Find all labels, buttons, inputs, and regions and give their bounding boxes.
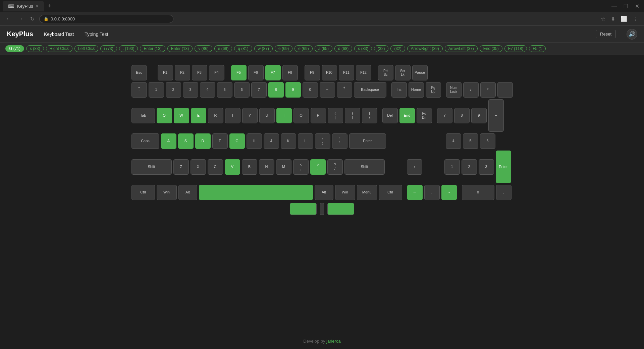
key-numstar: * <box>480 82 496 98</box>
key-end: End <box>399 108 415 123</box>
forward-button[interactable]: → <box>16 14 25 23</box>
key-history-badge: G (71) <box>5 45 24 52</box>
key-f12: F12 <box>356 65 371 80</box>
download-button[interactable]: ⬇ <box>609 14 617 23</box>
key-caps: Caps <box>131 133 159 149</box>
fn-gap-3 <box>300 65 303 80</box>
footer-text: Develop by <box>303 339 326 344</box>
key-num9: 9 <box>471 108 487 123</box>
tab-bar: ⌨ KeyPlus × + — ❐ ✕ <box>0 0 644 12</box>
nav-typing-test[interactable]: Typing Test <box>85 32 108 37</box>
restore-button[interactable]: ❐ <box>622 3 630 9</box>
key-history-badge: q (81) <box>234 45 252 52</box>
key-m: M <box>276 159 291 175</box>
key-numminus: - <box>497 82 513 98</box>
key-history-bar: G (71)s (83)Right ClickLeft Clicki (73).… <box>0 43 644 55</box>
key-rbracket: }] <box>345 108 360 123</box>
key-7: 7 <box>251 82 267 98</box>
menu-button[interactable]: ⋮ <box>631 14 640 23</box>
key-b: B <box>242 159 257 175</box>
browser-actions: ☆ ⬇ ⬜ ⋮ <box>599 14 640 23</box>
key-2: 2 <box>166 82 181 98</box>
reset-button[interactable]: Reset <box>596 30 616 38</box>
key-9: 9 <box>285 82 301 98</box>
key-backspace: Backspace <box>354 82 386 98</box>
key-f4: F4 <box>209 65 224 80</box>
tab-close-button[interactable]: × <box>36 3 39 9</box>
address-bar: ← → ↻ 🔒 0.0.0.0:8000 ☆ ⬇ ⬜ ⋮ <box>0 12 644 25</box>
key-history-badge: F5 (1 <box>529 45 546 52</box>
key-k: K <box>281 133 296 149</box>
key-esc: Esc <box>131 65 147 80</box>
key-ctrl-left: Ctrl <box>131 185 155 200</box>
close-button[interactable]: ✕ <box>633 3 641 9</box>
key-space <box>199 185 313 200</box>
key-numpad-enter: Enter <box>496 151 511 183</box>
mouse-left-btn <box>290 203 317 215</box>
key-enter: Enter <box>349 133 386 149</box>
keyboard-area: Esc F1 F2 F3 F4 F5 F6 F7 F8 F9 F10 F11 F… <box>0 55 644 333</box>
key-quote: "' <box>332 133 347 149</box>
key-minus: _- <box>320 82 335 98</box>
key-history-badge: a (65) <box>315 45 332 52</box>
function-row: Esc F1 F2 F3 F4 F5 F6 F7 F8 F9 F10 F11 F… <box>131 65 513 80</box>
key-f3: F3 <box>192 65 207 80</box>
key-f9: F9 <box>305 65 320 80</box>
key-history-badge: i (73) <box>100 45 117 52</box>
lock-icon: 🔒 <box>44 16 49 21</box>
refresh-button[interactable]: ↻ <box>28 14 37 23</box>
key-1: 1 <box>149 82 164 98</box>
mouse-middle-btn <box>320 203 324 215</box>
fn-gap-1 <box>149 65 156 80</box>
nav-keyboard-test[interactable]: Keyboard Test <box>44 32 74 37</box>
key-d: D <box>195 133 211 149</box>
key-win-left: Win <box>157 185 177 200</box>
key-backtick: ~` <box>131 82 147 98</box>
key-q: Q <box>157 108 172 123</box>
key-equals: += <box>337 82 352 98</box>
key-comma: <, <box>293 159 309 175</box>
key-y: Y <box>242 108 258 123</box>
key-u: U <box>259 108 275 123</box>
footer-author-link[interactable]: jarierca <box>326 339 341 344</box>
key-history-badge: (32) <box>390 45 405 52</box>
key-history-badge: s (83) <box>26 45 44 52</box>
url-bar[interactable]: 🔒 0.0.0.0:8000 <box>39 15 173 23</box>
key-scrlk: ScrLk <box>395 65 411 80</box>
key-num5: 5 <box>463 133 478 149</box>
key-history-badge: F7 (118) <box>504 45 527 52</box>
browser-tab[interactable]: ⌨ KeyPlus × <box>3 1 44 11</box>
speaker-button[interactable]: 🔊 <box>627 29 637 40</box>
minimize-button[interactable]: — <box>609 3 619 9</box>
key-backslash: |\ <box>362 108 377 123</box>
back-button[interactable]: ← <box>4 14 13 23</box>
tab-title: KeyPlus <box>17 4 33 9</box>
key-history-badge: ArrowLeft (37) <box>445 45 478 52</box>
key-ctrl-right: Ctrl <box>379 185 402 200</box>
key-num7: 7 <box>437 108 452 123</box>
key-s: S <box>178 133 194 149</box>
key-4: 4 <box>200 82 215 98</box>
speaker-icon: 🔊 <box>629 31 635 37</box>
key-slash: ?/ <box>327 159 343 175</box>
key-f2: F2 <box>175 65 190 80</box>
key-3: 3 <box>183 82 198 98</box>
key-alt-right: Alt <box>315 185 333 200</box>
new-tab-button[interactable]: + <box>45 3 54 10</box>
key-5: 5 <box>217 82 232 98</box>
key-f6: F6 <box>248 65 264 80</box>
key-numplus: + <box>488 99 504 132</box>
key-0: 0 <box>303 82 318 98</box>
key-num6: 6 <box>480 133 495 149</box>
fn-gap-4 <box>373 65 376 80</box>
mouse-visual <box>290 203 354 215</box>
ctrl-row: Ctrl Win Alt Alt Win Menu Ctrl ← ↓ → 0 . <box>131 185 513 200</box>
key-num8: 8 <box>454 108 470 123</box>
shift-row: Shift Z X C V B N M <, >. ?/ Shift ↑ 1 2… <box>131 151 513 183</box>
extensions-button[interactable]: ⬜ <box>619 14 629 23</box>
key-num3: 3 <box>479 159 494 175</box>
bookmark-button[interactable]: ☆ <box>599 14 607 23</box>
key-w: W <box>174 108 189 123</box>
window-controls: — ❐ ✕ <box>609 3 641 9</box>
key-alt-left: Alt <box>178 185 197 200</box>
